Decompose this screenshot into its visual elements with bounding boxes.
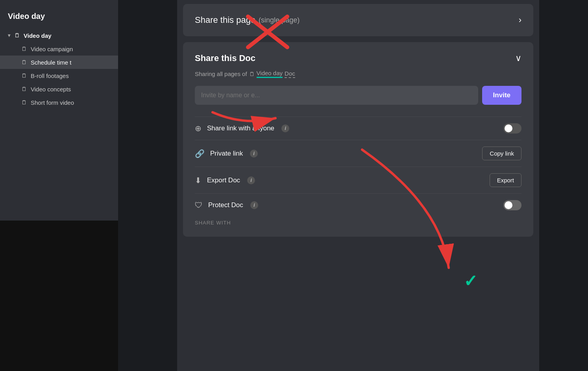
sidebar-item-label: Video day	[24, 32, 52, 39]
doc-icon: 🗒	[20, 45, 28, 52]
share-panel: Share this page (single page) › Share th…	[177, 0, 539, 371]
sidebar-item-video-day-parent[interactable]: ▾ 🗒 Video day	[0, 29, 118, 42]
info-icon-export-doc: i	[247, 176, 255, 184]
toggle-thumb	[505, 124, 512, 132]
doc-icon: 🗒	[20, 99, 28, 106]
toggle-protect-doc[interactable]	[503, 200, 521, 210]
option-label-private-link: Private link	[210, 150, 243, 158]
doc-icon: 🗒	[20, 72, 28, 79]
option-share-link: ⊕ Share link with anyone i	[195, 117, 521, 140]
sharing-subtitle: Sharing all pages of 🗒 Video day Doc	[195, 70, 521, 78]
doc-name: Video day	[257, 70, 283, 78]
sidebar-bottom	[0, 221, 118, 371]
sidebar-item-video-concepts[interactable]: 🗒 Video concepts	[0, 82, 118, 96]
share-doc-title: Share this Doc	[195, 53, 255, 63]
toggle-thumb-protect	[505, 201, 512, 209]
share-doc-header: Share this Doc ∨	[195, 53, 521, 63]
share-page-title: Share this page (single page)	[195, 15, 300, 25]
option-left-share-link: ⊕ Share link with anyone i	[195, 124, 289, 133]
shield-icon: 🛡	[195, 201, 203, 210]
invite-row: Invite	[195, 86, 521, 105]
link-icon: 🔗	[195, 149, 205, 158]
chevron-icon: ▾	[8, 33, 10, 38]
option-protect-doc: 🛡 Protect Doc i	[195, 193, 521, 217]
download-icon: ⬇	[195, 176, 202, 185]
invite-input[interactable]	[195, 86, 478, 105]
share-page-section[interactable]: Share this page (single page) ›	[183, 4, 533, 36]
sharing-prefix: Sharing all pages of	[195, 70, 247, 77]
info-icon-share-link: i	[281, 124, 289, 132]
chevron-down-icon[interactable]: ∨	[515, 53, 521, 63]
sidebar-item-label: Schedule time t	[31, 59, 71, 66]
option-left-protect-doc: 🛡 Protect Doc i	[195, 201, 258, 210]
option-label-share-link: Share link with anyone	[207, 124, 274, 132]
share-with-label: SHARE WITH	[195, 220, 521, 226]
sidebar-title: Video day	[0, 8, 118, 29]
sidebar-item-b-roll[interactable]: 🗒 B-roll footages	[0, 69, 118, 82]
toggle-share-link[interactable]	[503, 123, 521, 134]
sidebar-item-video-campaign[interactable]: 🗒 Video campaign	[0, 42, 118, 56]
option-label-export-doc: Export Doc	[207, 176, 240, 184]
info-icon-private-link: i	[250, 150, 258, 158]
sidebar-item-label: Video concepts	[31, 86, 71, 93]
option-export-doc: ⬇ Export Doc i Export	[195, 167, 521, 193]
info-icon-protect-doc: i	[250, 201, 258, 209]
sidebar-item-label: B-roll footages	[31, 72, 69, 79]
sidebar-item-short-form[interactable]: 🗒 Short form video	[0, 96, 118, 109]
share-doc-section: Share this Doc ∨ Sharing all pages of 🗒 …	[183, 42, 533, 237]
sidebar-item-schedule-time[interactable]: 🗒 Schedule time t	[0, 56, 118, 69]
doc-icon-small: 🗒	[249, 71, 255, 77]
export-button[interactable]: Export	[490, 173, 521, 187]
copy-link-button[interactable]: Copy link	[482, 147, 521, 160]
globe-icon: ⊕	[195, 124, 202, 133]
option-left-export-doc: ⬇ Export Doc i	[195, 176, 255, 185]
share-page-subtitle: (single page)	[259, 16, 300, 24]
option-private-link: 🔗 Private link i Copy link	[195, 140, 521, 167]
doc-icon: 🗒	[20, 59, 28, 66]
sidebar-item-label: Video campaign	[31, 46, 73, 52]
option-label-protect-doc: Protect Doc	[208, 201, 243, 209]
main-area: Share this page (single page) › Share th…	[118, 0, 588, 371]
sidebar-item-label: Short form video	[31, 99, 74, 106]
sidebar: Video day ▾ 🗒 Video day 🗒 Video campaign…	[0, 0, 118, 221]
invite-button[interactable]: Invite	[482, 86, 521, 105]
doc-icon: 🗒	[13, 32, 20, 39]
doc-suffix: Doc	[285, 70, 295, 78]
doc-icon: 🗒	[20, 85, 28, 93]
option-left-private-link: 🔗 Private link i	[195, 149, 258, 158]
chevron-right-icon: ›	[519, 15, 521, 25]
